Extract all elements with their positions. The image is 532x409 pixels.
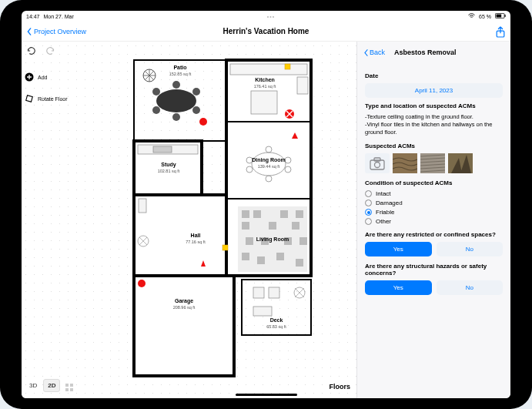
svg-point-20: [156, 89, 196, 112]
svg-rect-45: [292, 222, 299, 230]
marker-stop-kitchen[interactable]: [285, 109, 294, 119]
screen: 14:47 Mon 27. Mar ••• 65 % Project Overv…: [22, 11, 510, 398]
multitask-indicator[interactable]: •••: [267, 14, 275, 19]
svg-rect-39: [242, 210, 249, 218]
svg-rect-41: [280, 210, 288, 218]
side-panel-header: Back Asbestos Removal: [357, 42, 510, 63]
page-title: Herrin's Vacation Home: [186, 27, 346, 35]
hazards-yes-button[interactable]: Yes: [365, 280, 432, 295]
rotate-icon: [25, 94, 34, 103]
svg-rect-29: [297, 77, 308, 94]
marker-note-hall[interactable]: [223, 245, 228, 250]
acm-photo-1[interactable]: [393, 153, 417, 173]
svg-rect-7: [70, 384, 73, 387]
home-indicator[interactable]: [236, 394, 297, 396]
room-garage-area: 208.96 sq ft: [173, 305, 196, 310]
battery-percent: 65 %: [479, 14, 491, 19]
add-button[interactable]: Add: [25, 72, 79, 82]
view-toggle: 3D 2D: [25, 379, 74, 392]
svg-point-63: [375, 163, 380, 168]
room-deck-label: Deck: [270, 317, 283, 323]
undo-button[interactable]: [25, 45, 37, 57]
wifi-icon: [468, 13, 475, 19]
view-3d-button[interactable]: 3D: [25, 379, 42, 392]
floorplan-drawing[interactable]: Patio 152.85 sq ft Kitchen 176.41 sq ft: [80, 45, 319, 384]
svg-rect-57: [139, 199, 146, 213]
svg-rect-55: [153, 146, 172, 153]
svg-rect-8: [65, 388, 69, 391]
svg-rect-1: [497, 15, 502, 18]
radio-intact[interactable]: Intact: [365, 190, 503, 197]
side-panel: Back Asbestos Removal Date April 11, 202…: [356, 42, 510, 398]
seg-confined: Yes No: [365, 242, 503, 256]
svg-rect-40: [253, 210, 261, 218]
svg-rect-61: [253, 307, 272, 316]
svg-point-26: [172, 113, 180, 121]
room-deck-area: 65.83 sq ft: [266, 324, 286, 329]
room-kitchen-area: 176.41 sq ft: [254, 84, 276, 89]
marker-red-garage[interactable]: [138, 280, 146, 287]
acm-thumbnails: [365, 153, 503, 173]
redo-button[interactable]: [45, 45, 57, 57]
radio-other[interactable]: Other: [365, 218, 503, 225]
svg-point-24: [192, 106, 200, 114]
svg-rect-64: [374, 158, 380, 161]
svg-rect-62: [370, 160, 384, 169]
floorplan-canvas[interactable]: Add Rotate Floor 3D 2D: [22, 42, 356, 398]
acm-photo-2[interactable]: [420, 153, 445, 173]
rotate-floor-button[interactable]: Rotate Floor: [25, 94, 79, 103]
room-hall-label: Hall: [191, 233, 201, 238]
svg-rect-9: [70, 388, 73, 391]
room-study-label: Study: [161, 162, 176, 168]
svg-rect-6: [65, 384, 69, 387]
seg-hazards: Yes No: [365, 280, 503, 295]
question-confined: Are there any restricted or confined spa…: [365, 231, 503, 238]
nav-bar: Project Overview Herrin's Vacation Home: [22, 22, 510, 42]
marker-red-patio[interactable]: [199, 118, 207, 126]
svg-rect-5: [26, 96, 33, 102]
add-photo-button[interactable]: [365, 153, 390, 173]
confined-yes-button[interactable]: Yes: [365, 242, 432, 256]
floors-button[interactable]: Floors: [329, 383, 350, 391]
panel-back-button[interactable]: Back: [363, 49, 385, 56]
condition-heading: Condition of suspected ACMs: [365, 179, 503, 186]
nav-back-button[interactable]: Project Overview: [26, 28, 186, 35]
ipad-frame: 14:47 Mon 27. Mar ••• 65 % Project Overv…: [0, 0, 532, 409]
chevron-left-icon: [363, 49, 369, 56]
panel-title: Asbestos Removal: [394, 49, 457, 56]
room-living-label: Living Room: [256, 236, 289, 243]
room-patio-label: Patio: [173, 65, 186, 70]
room-dining-area: 139.44 sq ft: [258, 164, 280, 169]
side-panel-body[interactable]: Date April 11, 2023 Type and location of…: [357, 63, 510, 306]
date-field[interactable]: April 11, 2023: [365, 83, 503, 98]
confined-no-button[interactable]: No: [437, 242, 504, 256]
svg-point-21: [152, 88, 160, 96]
svg-rect-43: [242, 222, 249, 230]
date-label: Date: [365, 72, 503, 79]
svg-rect-44: [269, 222, 276, 230]
radio-damaged[interactable]: Damaged: [365, 199, 503, 206]
rotate-label: Rotate Floor: [38, 96, 68, 102]
status-bar: 14:47 Mon 27. Mar ••• 65 %: [22, 11, 510, 22]
left-tools: Add Rotate Floor: [25, 72, 79, 116]
svg-rect-13: [134, 195, 226, 276]
acm-photo-3[interactable]: [448, 153, 473, 173]
svg-rect-59: [269, 287, 279, 298]
svg-rect-42: [296, 210, 303, 218]
share-button[interactable]: [495, 26, 506, 37]
grid-toggle-button[interactable]: [65, 381, 74, 391]
status-date: Mon 27. Mar: [44, 14, 74, 19]
room-dining-label: Dining Room: [252, 157, 286, 163]
room-kitchen-label: Kitchen: [255, 77, 275, 82]
question-hazards: Are there any structural hazards or safe…: [365, 263, 503, 277]
status-time: 14:47: [26, 14, 40, 19]
svg-rect-27: [230, 64, 307, 75]
canvas-toolbar: [25, 45, 57, 57]
svg-point-25: [172, 81, 180, 89]
view-2d-button[interactable]: 2D: [43, 379, 60, 392]
hazards-no-button[interactable]: No: [437, 280, 504, 295]
type-heading: Type and location of suspected ACMs: [365, 102, 503, 109]
radio-friable[interactable]: Friable: [365, 209, 503, 216]
marker-note-kitchen[interactable]: [285, 64, 290, 69]
svg-point-22: [192, 88, 200, 96]
